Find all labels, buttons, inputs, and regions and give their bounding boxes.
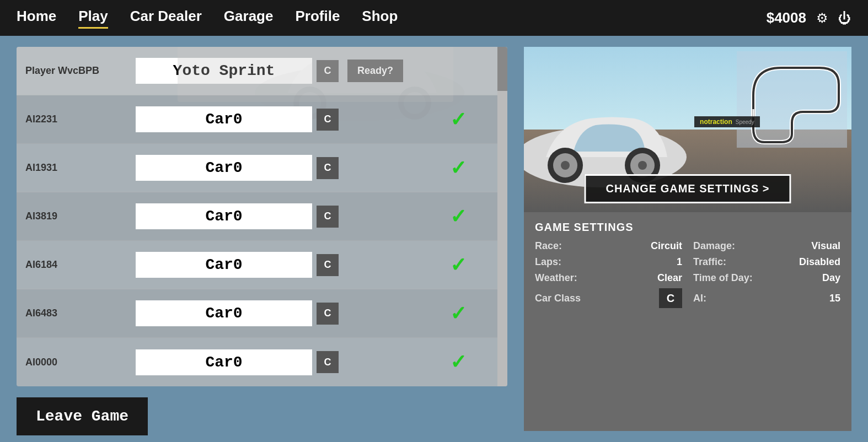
class-badge[interactable]: C: [317, 206, 339, 228]
class-badge[interactable]: C: [317, 303, 339, 325]
carclass-setting: Car Class C: [535, 288, 682, 308]
ready-checkmark: ✓: [450, 254, 489, 277]
class-badge[interactable]: C: [317, 157, 339, 179]
left-panel: Player WvcBPB C Ready? AI2231 C ✓ AI1931…: [17, 47, 507, 431]
carclass-label: Car Class: [535, 293, 581, 304]
svg-point-11: [638, 161, 647, 170]
billboard: notraction Speedy: [694, 116, 760, 127]
billboard-text: notraction: [700, 118, 732, 126]
ready-checkmark: ✓: [450, 157, 489, 180]
track-preview: notraction Speedy CHANGE GAME SETTINGS >: [524, 47, 851, 212]
class-badge[interactable]: C: [317, 254, 339, 276]
timeofday-label: Time of Day:: [693, 272, 753, 284]
power-icon[interactable]: ⏻: [838, 10, 851, 26]
laps-label: Laps:: [535, 256, 561, 268]
game-settings-title: GAME SETTINGS: [535, 221, 840, 234]
class-badge[interactable]: C: [317, 60, 339, 82]
weather-value: Clear: [657, 272, 682, 284]
player-row: AI6483 C ✓: [17, 289, 497, 338]
timeofday-setting: Time of Day: Day: [693, 272, 840, 284]
car-name-input[interactable]: [136, 203, 312, 229]
car-name-input[interactable]: [136, 300, 312, 326]
player-name: Player WvcBPB: [25, 65, 136, 77]
car-name-box: [136, 106, 312, 132]
car-name-input[interactable]: [136, 106, 312, 132]
laps-value: 1: [677, 256, 682, 268]
timeofday-value: Day: [822, 272, 840, 284]
carclass-badge: C: [659, 288, 682, 308]
change-game-settings-button[interactable]: CHANGE GAME SETTINGS >: [584, 174, 791, 203]
traffic-label: Traffic:: [693, 256, 726, 268]
traffic-setting: Traffic: Disabled: [693, 256, 840, 268]
right-panel: notraction Speedy CHANGE GAME SETTINGS >…: [524, 47, 851, 431]
car-name-box: [136, 155, 312, 181]
car-name-box: [136, 252, 312, 278]
navbar: Home Play Car Dealer Garage Profile Shop…: [0, 0, 868, 36]
settings-grid: Race: Circuit Damage: Visual Laps: 1 Tra…: [535, 240, 840, 308]
damage-setting: Damage: Visual: [693, 240, 840, 252]
race-label: Race:: [535, 240, 562, 252]
ready-button[interactable]: Ready?: [347, 60, 403, 82]
player-name: AI6483: [25, 308, 136, 319]
player-row: AI6184 C ✓: [17, 241, 497, 289]
nav-garage[interactable]: Garage: [224, 8, 274, 29]
player-row: AI2231 C ✓: [17, 95, 497, 144]
nav-play[interactable]: Play: [78, 8, 108, 29]
leave-game-button[interactable]: Leave Game: [17, 397, 148, 435]
track-map: [737, 51, 847, 148]
ready-checkmark: ✓: [450, 302, 489, 325]
ai-value: 15: [829, 293, 840, 304]
nav-home[interactable]: Home: [17, 8, 56, 29]
main-content: Player WvcBPB C Ready? AI2231 C ✓ AI1931…: [0, 36, 868, 442]
player-row: Player WvcBPB C Ready?: [17, 47, 497, 95]
player-row: AI3819 C ✓: [17, 192, 497, 241]
nav-links: Home Play Car Dealer Garage Profile Shop: [17, 8, 767, 29]
svg-point-8: [561, 161, 570, 170]
ready-checkmark: ✓: [450, 108, 489, 131]
settings-icon[interactable]: ⚙: [816, 10, 828, 26]
player-list: Player WvcBPB C Ready? AI2231 C ✓ AI1931…: [17, 47, 507, 386]
car-name-box: [136, 203, 312, 229]
car-name-input[interactable]: [136, 252, 312, 278]
car-name-input[interactable]: [136, 349, 312, 375]
traffic-value: Disabled: [799, 256, 840, 268]
damage-value: Visual: [811, 240, 840, 252]
scrollbar-track[interactable]: [497, 47, 507, 386]
balance-display: $4008: [767, 9, 806, 26]
player-name: AI2231: [25, 114, 136, 125]
car-name-box: [136, 300, 312, 326]
nav-right: $4008 ⚙ ⏻: [767, 9, 851, 26]
player-name: AI3819: [25, 211, 136, 222]
ready-checkmark: ✓: [450, 351, 489, 374]
race-setting: Race: Circuit: [535, 240, 682, 252]
damage-label: Damage:: [693, 240, 735, 252]
car-name-input[interactable]: [136, 155, 312, 181]
player-row: AI0000 C ✓: [17, 338, 497, 386]
nav-car-dealer[interactable]: Car Dealer: [130, 8, 202, 29]
weather-label: Weather:: [535, 272, 577, 284]
class-badge[interactable]: C: [317, 351, 339, 373]
race-value: Circuit: [651, 240, 682, 252]
game-settings-panel: GAME SETTINGS Race: Circuit Damage: Visu…: [524, 212, 851, 431]
player-name: AI1931: [25, 162, 136, 174]
ai-setting: AI: 15: [693, 288, 840, 308]
player-name: AI0000: [25, 357, 136, 368]
weather-setting: Weather: Clear: [535, 272, 682, 284]
ready-checkmark: ✓: [450, 205, 489, 228]
laps-setting: Laps: 1: [535, 256, 682, 268]
nav-profile[interactable]: Profile: [295, 8, 340, 29]
billboard-sub: Speedy: [736, 119, 754, 125]
car-name-box: [136, 349, 312, 375]
player-name: AI6184: [25, 259, 136, 271]
class-badge[interactable]: C: [317, 109, 339, 131]
car-name-input[interactable]: [136, 58, 312, 84]
scrollbar-thumb[interactable]: [497, 47, 507, 91]
player-row: AI1931 C ✓: [17, 144, 497, 192]
car-name-box: [136, 58, 312, 84]
ai-label: AI:: [693, 293, 706, 304]
nav-shop[interactable]: Shop: [362, 8, 398, 29]
